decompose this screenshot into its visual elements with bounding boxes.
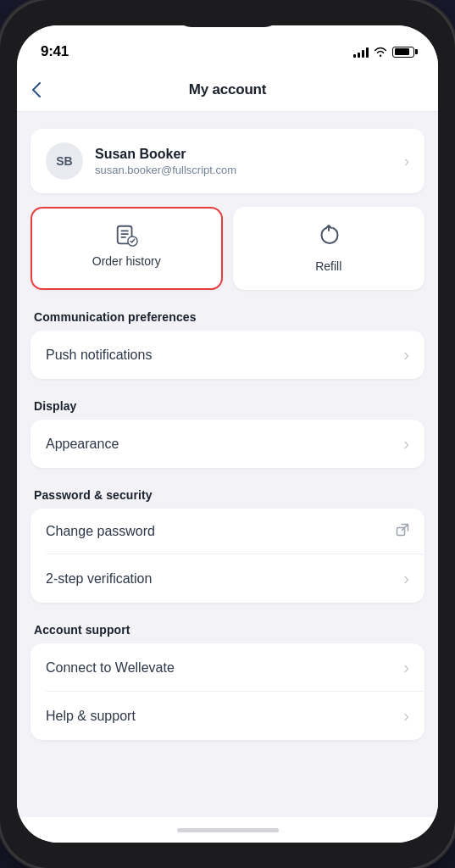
change-password-right bbox=[396, 523, 409, 540]
phone-screen: 9:41 bbox=[17, 25, 438, 843]
order-history-icon bbox=[114, 224, 138, 248]
refill-button[interactable]: Refill bbox=[233, 207, 425, 290]
status-bar: 9:41 bbox=[17, 25, 438, 68]
communication-section: Communication preferences Push notificat… bbox=[31, 310, 424, 379]
account-support-group: Connect to Wellevate › Help & support › bbox=[31, 643, 424, 740]
display-section: Display Appearance › bbox=[31, 399, 424, 468]
display-group: Appearance › bbox=[31, 420, 424, 468]
help-support-item[interactable]: Help & support › bbox=[31, 692, 424, 740]
push-notifications-right: › bbox=[403, 345, 409, 364]
order-history-button[interactable]: Order history bbox=[31, 207, 223, 290]
connect-wellevate-label: Connect to Wellevate bbox=[46, 660, 175, 676]
appearance-right: › bbox=[403, 434, 409, 453]
appearance-chevron-icon: › bbox=[403, 434, 409, 453]
profile-name: Susan Booker bbox=[95, 147, 236, 162]
home-bar bbox=[177, 828, 279, 832]
wifi-icon bbox=[374, 47, 387, 57]
2step-verification-item[interactable]: 2-step verification › bbox=[31, 554, 424, 603]
page-title: My account bbox=[189, 81, 267, 98]
change-password-item[interactable]: Change password bbox=[31, 509, 424, 554]
help-support-label: Help & support bbox=[46, 709, 136, 724]
connect-wellevate-item[interactable]: Connect to Wellevate › bbox=[31, 643, 424, 692]
change-password-label: Change password bbox=[46, 524, 155, 539]
push-notifications-item[interactable]: Push notifications › bbox=[31, 331, 424, 379]
password-security-group: Change password 2-step verification bbox=[31, 509, 424, 603]
profile-card[interactable]: SB Susan Booker susan.booker@fullscript.… bbox=[31, 129, 424, 193]
communication-section-title: Communication preferences bbox=[31, 310, 424, 324]
account-support-section: Account support Connect to Wellevate › H… bbox=[31, 623, 424, 740]
order-history-label: Order history bbox=[92, 254, 161, 268]
appearance-label: Appearance bbox=[46, 437, 119, 452]
scroll-content: SB Susan Booker susan.booker@fullscript.… bbox=[17, 112, 438, 817]
help-support-right: › bbox=[403, 706, 409, 726]
refill-icon bbox=[316, 224, 341, 253]
home-indicator bbox=[17, 817, 438, 843]
battery-icon bbox=[392, 47, 414, 58]
profile-info: Susan Booker susan.booker@fullscript.com bbox=[95, 147, 236, 176]
quick-actions: Order history Refill bbox=[31, 207, 424, 290]
connect-wellevate-right: › bbox=[403, 658, 409, 677]
phone-shell: 9:41 bbox=[0, 0, 455, 868]
password-security-title: Password & security bbox=[31, 488, 424, 502]
notch bbox=[173, 0, 283, 27]
status-time: 9:41 bbox=[41, 43, 69, 60]
status-icons bbox=[353, 47, 414, 58]
appearance-item[interactable]: Appearance › bbox=[31, 420, 424, 468]
2step-verification-label: 2-step verification bbox=[46, 571, 152, 587]
account-support-title: Account support bbox=[31, 623, 424, 637]
profile-left: SB Susan Booker susan.booker@fullscript.… bbox=[46, 142, 236, 180]
profile-email: susan.booker@fullscript.com bbox=[95, 164, 236, 176]
help-support-chevron-icon: › bbox=[403, 706, 409, 726]
signal-bars-icon bbox=[353, 47, 369, 58]
communication-group: Push notifications › bbox=[31, 331, 424, 379]
external-link-icon bbox=[396, 523, 409, 540]
password-security-section: Password & security Change password bbox=[31, 488, 424, 603]
connect-wellevate-chevron-icon: › bbox=[403, 658, 409, 677]
refill-label: Refill bbox=[315, 259, 341, 273]
2step-verification-right: › bbox=[403, 569, 409, 588]
profile-chevron-icon: › bbox=[404, 153, 409, 170]
nav-header: My account bbox=[17, 68, 438, 112]
push-notifications-chevron-icon: › bbox=[403, 345, 409, 364]
back-button[interactable] bbox=[32, 82, 41, 97]
2step-chevron-icon: › bbox=[403, 569, 409, 588]
display-section-title: Display bbox=[31, 399, 424, 413]
push-notifications-label: Push notifications bbox=[46, 348, 152, 363]
avatar: SB bbox=[46, 142, 83, 180]
